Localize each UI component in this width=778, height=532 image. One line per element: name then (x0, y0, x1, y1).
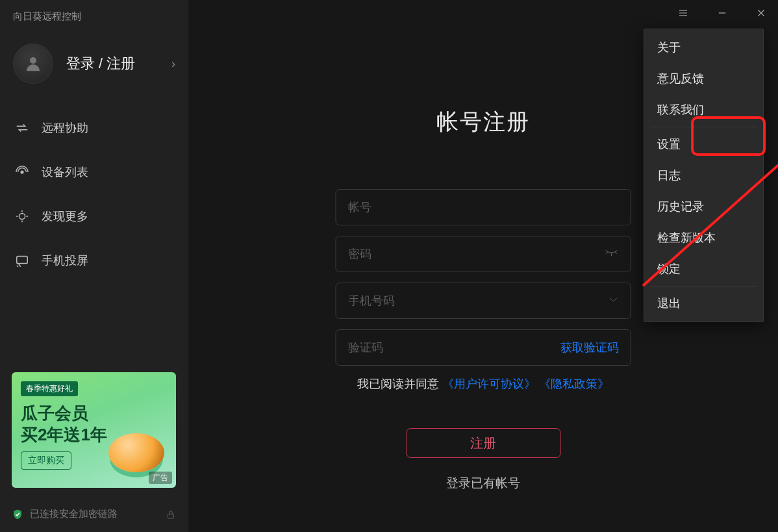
swap-icon (14, 120, 30, 136)
get-captcha-button[interactable]: 获取验证码 (560, 340, 619, 355)
agreement-text: 我已阅读并同意 《用户许可协议》 《隐私政策》 (336, 376, 631, 392)
sidebar-item-label: 发现更多 (42, 209, 88, 224)
menu-item-contact[interactable]: 联系我们 (644, 94, 763, 125)
titlebar (675, 5, 769, 21)
promo-buy-button[interactable]: 立即购买 (21, 451, 71, 470)
lock-icon[interactable] (165, 509, 177, 520)
sparkle-icon (14, 209, 30, 224)
promo-tag: 春季特惠好礼 (21, 381, 78, 396)
account-field[interactable] (336, 189, 631, 225)
app-title: 向日葵远程控制 (0, 0, 188, 32)
agree-prefix: 我已阅读并同意 (357, 377, 442, 390)
svg-rect-3 (17, 257, 28, 264)
broadcast-icon (14, 164, 30, 180)
sidebar-item-device-list[interactable]: 设备列表 (0, 150, 188, 194)
ad-label: 广告 (149, 472, 172, 484)
app-root: 向日葵远程控制 登录 / 注册 › 远程协助 设备列表 发现更多 (0, 0, 778, 532)
promo-banner[interactable]: 春季特惠好礼 瓜子会员 买2年送1年 立即购买 广告 (12, 372, 176, 488)
menu-item-lock[interactable]: 锁定 (644, 253, 763, 285)
sidebar: 向日葵远程控制 登录 / 注册 › 远程协助 设备列表 发现更多 (0, 0, 188, 532)
login-register-label: 登录 / 注册 (66, 54, 171, 73)
phone-field[interactable] (336, 283, 631, 319)
form-title: 帐号注册 (336, 107, 631, 137)
register-button[interactable]: 注册 (406, 428, 560, 458)
shield-check-icon (12, 509, 23, 520)
dropdown-menu: 关于 意见反馈 联系我们 设置 日志 历史记录 检查新版本 锁定 退出 (644, 29, 764, 322)
sidebar-item-label: 远程协助 (42, 120, 88, 136)
login-register-row[interactable]: 登录 / 注册 › (0, 32, 188, 99)
sidebar-item-label: 手机投屏 (42, 253, 88, 268)
register-form: 帐号注册 获取验证码 我已阅读并同意 《用户许可协 (336, 107, 631, 492)
status-text: 已连接安全加密链路 (30, 508, 118, 520)
password-input[interactable] (348, 247, 605, 261)
sidebar-item-remote-assist[interactable]: 远程协助 (0, 106, 188, 150)
login-existing-link[interactable]: 登录已有帐号 (336, 475, 631, 492)
svg-point-2 (19, 213, 25, 219)
close-button[interactable] (753, 5, 769, 21)
connection-status: 已连接安全加密链路 (12, 508, 177, 520)
menu-item-logs[interactable]: 日志 (644, 160, 763, 191)
menu-item-about[interactable]: 关于 (644, 32, 763, 63)
menu-item-check-update[interactable]: 检查新版本 (644, 222, 763, 253)
captcha-input[interactable] (348, 341, 554, 355)
sidebar-nav: 远程协助 设备列表 发现更多 手机投屏 (0, 99, 188, 283)
menu-separator (651, 286, 757, 286)
sidebar-item-label: 设备列表 (42, 164, 88, 180)
phone-input[interactable] (348, 294, 609, 308)
menu-item-history[interactable]: 历史记录 (644, 191, 763, 222)
menu-item-feedback[interactable]: 意见反馈 (644, 63, 763, 94)
eye-closed-icon[interactable] (605, 247, 619, 261)
chevron-right-icon: › (171, 57, 175, 71)
user-icon (23, 54, 43, 73)
cast-icon (14, 253, 30, 268)
chevron-down-icon[interactable] (609, 294, 619, 308)
privacy-policy-link[interactable]: 《隐私政策》 (539, 377, 609, 390)
avatar (13, 44, 53, 84)
menu-separator (651, 127, 757, 127)
promo-line1: 瓜子会员 (21, 403, 167, 424)
sidebar-item-discover[interactable]: 发现更多 (0, 194, 188, 238)
menu-item-settings[interactable]: 设置 (644, 129, 763, 160)
minimize-button[interactable] (714, 5, 730, 21)
svg-point-1 (21, 171, 23, 173)
captcha-field[interactable]: 获取验证码 (336, 329, 631, 366)
promo-graphic (108, 433, 164, 472)
menu-item-exit[interactable]: 退出 (644, 288, 763, 319)
password-field[interactable] (336, 236, 631, 272)
main-panel: 帐号注册 获取验证码 我已阅读并同意 《用户许可协 (188, 0, 778, 532)
svg-point-0 (30, 57, 36, 64)
svg-rect-4 (168, 514, 174, 518)
user-agreement-link[interactable]: 《用户许可协议》 (442, 377, 536, 390)
menu-button[interactable] (675, 5, 691, 21)
account-input[interactable] (348, 201, 619, 214)
sidebar-item-phone-cast[interactable]: 手机投屏 (0, 238, 188, 283)
